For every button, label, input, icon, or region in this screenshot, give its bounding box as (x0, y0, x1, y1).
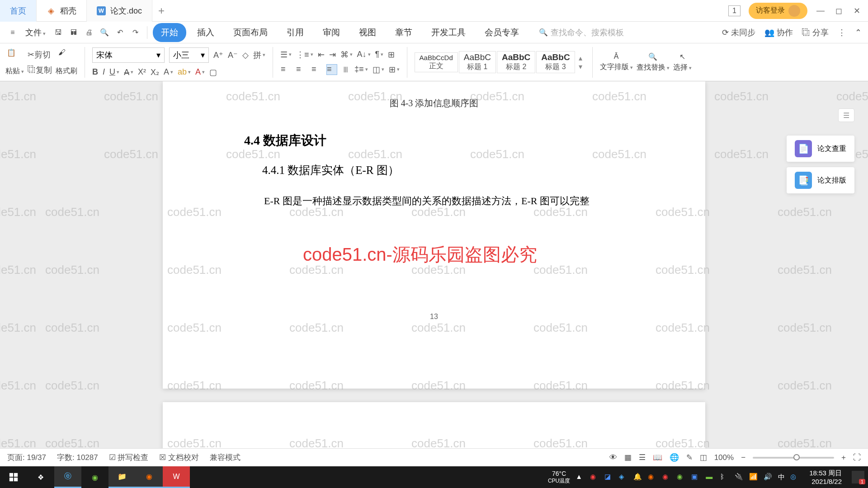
taskbar-app-1[interactable]: ❖ (27, 466, 54, 488)
menu-devtools[interactable]: 开发工具 (423, 23, 474, 42)
word-count[interactable]: 字数: 10287 (57, 452, 98, 463)
phonetic-guide-icon[interactable]: 拼 (253, 50, 265, 61)
style-heading2[interactable]: AaBbC 标题 2 (497, 51, 535, 73)
zoom-slider[interactable] (753, 457, 834, 459)
tray-bluetooth-icon[interactable]: ᛒ (720, 473, 729, 482)
file-menu[interactable]: 文件 (22, 27, 49, 38)
more-menu-icon[interactable]: ⋮ (838, 28, 846, 38)
tray-icon-2[interactable]: ◉ (590, 473, 599, 482)
minimize-button[interactable]: — (816, 6, 826, 16)
align-justify-icon[interactable]: ≡ (326, 64, 337, 75)
action-center-icon[interactable]: 1 (852, 471, 864, 483)
align-right-icon[interactable]: ≡ (311, 64, 322, 75)
taskbar-explorer[interactable]: 📁 (108, 466, 136, 488)
page-indicator[interactable]: 页面: 19/37 (7, 452, 46, 463)
print-preview-icon[interactable]: 🔍 (98, 26, 111, 39)
char-border-button[interactable]: ▢ (209, 67, 217, 77)
line-spacing-icon[interactable]: ‡≡ (354, 65, 368, 74)
style-scroll-up-icon[interactable]: ▴ (579, 54, 582, 62)
format-painter-button[interactable]: 🖌 格式刷 (56, 48, 77, 76)
menu-reference[interactable]: 引用 (278, 23, 312, 42)
copy-button[interactable]: ⿻ 复制 (28, 65, 52, 75)
text-layout-button[interactable]: Ā 文字排版 (600, 52, 633, 72)
tab-daoke[interactable]: ◈ 稻壳 (37, 0, 87, 22)
maximize-button[interactable]: ◻ (834, 6, 844, 16)
tray-notification-icon[interactable]: 🔔 (633, 473, 642, 482)
collapse-ribbon-icon[interactable]: ⌃ (855, 28, 862, 38)
distribute-icon[interactable]: ⫼ (342, 65, 350, 74)
tab-stops-icon[interactable]: ⊞ (388, 50, 395, 60)
number-list-icon[interactable]: ⋮≡ (296, 50, 313, 60)
tray-icon-6[interactable]: ◉ (662, 473, 671, 482)
style-heading3[interactable]: AaBbC 标题 3 (536, 51, 575, 73)
thesis-layout-button[interactable]: 📑 论文排版 (787, 167, 854, 193)
tray-volume-icon[interactable]: 🔊 (764, 473, 773, 482)
search-placeholder[interactable]: 查找命令、搜索模板 (551, 27, 624, 38)
undo-icon[interactable]: ↶ (113, 26, 126, 39)
fit-width-icon[interactable]: ◫ (700, 453, 707, 462)
taskbar-clock[interactable]: 18:53 周日 2021/8/22 (805, 469, 846, 486)
zoom-in-button[interactable]: + (841, 453, 846, 462)
tray-icon-4[interactable]: ◈ (619, 473, 628, 482)
cpu-temp-widget[interactable]: 76°C CPU温度 (548, 470, 570, 485)
sync-status[interactable]: ⟳ 未同步 (722, 27, 755, 38)
tray-icon-8[interactable]: ▣ (691, 473, 700, 482)
markup-icon[interactable]: ✎ (686, 453, 693, 462)
share-button[interactable]: ⿻ 分享 (802, 27, 829, 38)
taskbar-wps[interactable]: W (163, 466, 190, 488)
style-heading1[interactable]: AaBbC 标题 1 (459, 51, 496, 73)
redo-icon[interactable]: ↷ (129, 26, 142, 39)
zoom-out-button[interactable]: − (741, 453, 745, 462)
fullscreen-icon[interactable]: ⛶ (853, 453, 861, 462)
taskbar-app-2[interactable]: ◉ (136, 466, 163, 488)
guest-login-button[interactable]: 访客登录 (749, 3, 807, 19)
menu-start[interactable]: 开始 (153, 23, 186, 42)
style-scroll-more-icon[interactable]: ▾ (579, 62, 582, 71)
decrease-font-icon[interactable]: A⁻ (228, 50, 238, 60)
print-icon[interactable]: 🖨 (83, 26, 95, 39)
borders-icon[interactable]: ⊞ (389, 65, 400, 75)
align-center-icon[interactable]: ≡ (296, 64, 307, 75)
tab-home[interactable]: 首页 (0, 0, 37, 22)
highlight-button[interactable]: ab (178, 67, 191, 77)
font-size-select[interactable]: 小三▾ (169, 47, 209, 63)
asian-layout-icon[interactable]: ⌘ (340, 50, 353, 60)
subscript-button[interactable]: X₂ (151, 67, 159, 77)
menu-insert[interactable]: 插入 (189, 23, 222, 42)
tray-icon-5[interactable]: ◉ (648, 473, 657, 482)
find-replace-button[interactable]: 🔍 查找替换 (637, 52, 670, 72)
document-area[interactable]: 图 4-3 添加信息顺序图 4.4 数据库设计 4.4.1 数据库实体（E-R … (0, 81, 868, 470)
clear-format-icon[interactable]: ◇ (242, 50, 249, 60)
align-left-icon[interactable]: ≡ (280, 64, 291, 75)
tray-icon-1[interactable]: ▲ (576, 473, 585, 482)
shading-icon[interactable]: ◫ (373, 65, 384, 75)
tray-icon-3[interactable]: ◪ (604, 473, 613, 482)
increase-font-icon[interactable]: A⁺ (213, 50, 223, 60)
sort-icon[interactable]: A↓ (357, 50, 371, 59)
bold-button[interactable]: B (92, 67, 98, 77)
font-color-button[interactable]: A (195, 67, 205, 77)
web-view-icon[interactable]: 🌐 (670, 453, 679, 462)
page-view-icon[interactable]: ▦ (624, 453, 632, 462)
menu-hamburger-icon[interactable]: ≡ (6, 26, 19, 39)
font-name-select[interactable]: 宋体▾ (92, 47, 165, 63)
menu-layout[interactable]: 页面布局 (225, 23, 276, 42)
start-button[interactable] (0, 466, 27, 488)
bullet-list-icon[interactable]: ☰ (280, 50, 292, 60)
outline-view-icon[interactable]: ☰ (639, 453, 646, 462)
italic-button[interactable]: I (103, 67, 105, 77)
text-effect-button[interactable]: A (164, 67, 173, 77)
proofread-toggle[interactable]: ☒ 文档校对 (159, 452, 199, 463)
tab-document[interactable]: W 论文.doc (87, 0, 152, 22)
underline-button[interactable]: U (109, 67, 119, 77)
plagiarism-check-button[interactable]: 📄 论文查重 (787, 136, 854, 162)
read-view-icon[interactable]: 📖 (653, 453, 662, 462)
paste-button[interactable]: 📋 粘贴 (5, 48, 24, 76)
save-icon[interactable]: 🖫 (52, 26, 65, 39)
collab-button[interactable]: 👥 协作 (764, 27, 793, 38)
tray-icon-7[interactable]: ◉ (677, 473, 686, 482)
close-button[interactable]: ✕ (852, 6, 862, 16)
strikethrough-button[interactable]: A̶ (124, 67, 133, 77)
menu-chapter[interactable]: 章节 (387, 23, 420, 42)
tray-power-icon[interactable]: 🔌 (735, 473, 744, 482)
